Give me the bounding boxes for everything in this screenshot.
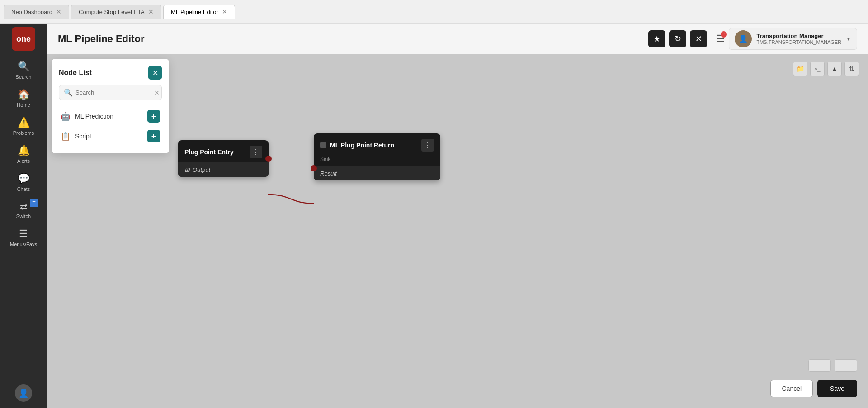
page-header: ML Pipeline Editor ★ ↻ ✕ ☰ ! (47, 24, 868, 54)
panel-header: Node List ✕ (59, 66, 162, 80)
workspace: ML Pipeline Editor ★ ↻ ✕ ☰ ! (47, 24, 868, 408)
cancel-button[interactable]: Cancel (770, 380, 813, 397)
canvas-toolbar: 📁 >_ ▲ ⇅ (793, 62, 859, 76)
node-ml-plug-point-return[interactable]: ML Plug Point Return ⋮ Sink Result (314, 133, 440, 180)
node-ml-plug-point-return-menu[interactable]: ⋮ (421, 139, 434, 152)
node-search-box: 🔍 ✕ (59, 85, 162, 100)
switch-badge-icon: ☰ (32, 201, 36, 205)
tab-neo-dashboard[interactable]: Neo Dashboard ✕ (4, 5, 69, 19)
node-plug-point-entry-menu[interactable]: ⋮ (250, 146, 262, 158)
folder-button[interactable]: 📁 (793, 62, 807, 76)
arrows-icon: ⇅ (849, 65, 854, 72)
layout-button[interactable]: ⇅ (844, 62, 859, 76)
terminal-icon: >_ (814, 66, 820, 72)
switch-icon: ⇄ (20, 201, 28, 212)
upload-button[interactable]: ▲ (827, 62, 842, 76)
sidebar-item-menus-favs[interactable]: ☰ Menus/Favs (5, 223, 42, 250)
node-item-ml-prediction: 🤖 ML Prediction + (59, 106, 162, 126)
page-title: ML Pipeline Editor (58, 33, 145, 45)
sidebar-item-alerts[interactable]: 🔔 Alerts (5, 140, 42, 166)
sidebar-item-problems[interactable]: ⚠️ Problems (5, 112, 42, 138)
profile-avatar: 👤 (15, 384, 32, 402)
script-label: Script (75, 133, 91, 140)
canvas-area[interactable]: 📁 >_ ▲ ⇅ Node List ✕ (47, 54, 868, 408)
tab-ml-pipeline[interactable]: ML Pipeline Editor ✕ (163, 5, 235, 19)
output-connector[interactable] (265, 156, 272, 162)
node-item-ml-prediction-left: 🤖 ML Prediction (61, 111, 113, 121)
panel-title: Node List (59, 69, 92, 77)
notification-bell[interactable]: ☰ ! (716, 33, 725, 45)
search-icon: 🔍 (64, 88, 73, 97)
tab-compute-stop-close[interactable]: ✕ (148, 9, 154, 15)
tab-ml-pipeline-label: ML Pipeline Editor (171, 9, 218, 15)
node-plug-point-entry-title: Plug Point Entry (184, 148, 234, 156)
home-icon: 🏠 (18, 89, 30, 100)
add-ml-prediction-button[interactable]: + (147, 110, 160, 123)
node-ml-plug-point-return-footer: Result (314, 166, 440, 180)
tab-neo-dashboard-close[interactable]: ✕ (56, 9, 61, 15)
node-ml-plug-point-return-title: ML Plug Point Return (330, 142, 394, 149)
input-connector[interactable] (311, 165, 317, 171)
tab-compute-stop-label: Compute Stop Level ETA (79, 9, 145, 15)
sidebar-item-home[interactable]: 🏠 Home (5, 84, 42, 110)
node-ml-subtitle: Sink (314, 155, 440, 166)
sidebar-item-chats[interactable]: 💬 Chats (5, 168, 42, 195)
close-page-button[interactable]: ✕ (690, 30, 707, 47)
node-search-input[interactable] (75, 89, 151, 96)
tab-bar: Neo Dashboard ✕ Compute Stop Level ETA ✕… (0, 0, 868, 24)
node-plug-point-entry-footer: ⊞ Output (178, 162, 269, 177)
app-logo[interactable]: one (12, 27, 35, 51)
user-avatar: 👤 (735, 30, 752, 47)
sidebar-item-search[interactable]: 🔍 Search (5, 56, 42, 82)
chat-icon: 💬 (18, 173, 30, 185)
save-button[interactable]: Save (817, 380, 857, 397)
add-script-button[interactable]: + (147, 130, 160, 142)
mini-node-2 (835, 359, 857, 372)
node-plug-point-entry-header: Plug Point Entry ⋮ (178, 140, 269, 162)
node-item-script-left: 📋 Script (61, 131, 91, 141)
user-section[interactable]: 👤 Transportation Manager TMS.TRANSPORTAT… (729, 28, 857, 50)
mini-nodes (808, 359, 857, 372)
bottom-actions: Cancel Save (770, 380, 857, 397)
header-actions: ★ ↻ ✕ ☰ ! 👤 Transpo (648, 28, 857, 50)
sidebar-item-switch[interactable]: ⇄ ☰ Switch (5, 196, 42, 222)
upload-icon: ▲ (831, 65, 838, 72)
search-icon: 🔍 (18, 61, 30, 72)
tab-ml-pipeline-close[interactable]: ✕ (222, 9, 227, 15)
node-result-label: Result (320, 170, 337, 177)
ml-prediction-icon: 🤖 (61, 111, 71, 121)
ml-prediction-label: ML Prediction (75, 113, 113, 120)
folder-icon: 📁 (797, 65, 804, 72)
node-list-panel: Node List ✕ 🔍 ✕ 🤖 ML Prediction + (52, 59, 169, 153)
tab-neo-dashboard-label: Neo Dashboard (11, 9, 52, 15)
node-output-label: Output (193, 166, 210, 173)
node-ml-header-left: ML Plug Point Return (320, 142, 394, 149)
warning-icon: ⚠️ (18, 117, 30, 128)
bell-icon: 🔔 (18, 145, 30, 157)
node-item-script: 📋 Script + (59, 126, 162, 146)
sidebar-item-profile[interactable]: 👤 (5, 380, 42, 404)
grid-icon: ⊞ (184, 166, 190, 173)
terminal-button[interactable]: >_ (810, 62, 825, 76)
connection-svg (47, 54, 868, 408)
node-ml-indicator (320, 142, 326, 148)
tab-compute-stop[interactable]: Compute Stop Level ETA ✕ (71, 5, 161, 19)
script-icon: 📋 (61, 131, 71, 141)
notification-area: ☰ ! (716, 33, 725, 45)
menu-icon: ☰ (19, 228, 28, 240)
sidebar: one 🔍 Search 🏠 Home ⚠️ Problems 🔔 Alerts… (0, 24, 47, 408)
mini-node-1 (808, 359, 831, 372)
user-info: Transportation Manager TMS.TRANSPORTATIO… (756, 33, 841, 45)
panel-close-button[interactable]: ✕ (148, 66, 162, 80)
user-dropdown-chevron[interactable]: ▼ (846, 36, 851, 42)
refresh-button[interactable]: ↻ (669, 30, 686, 47)
favorite-button[interactable]: ★ (648, 30, 665, 47)
node-ml-plug-point-return-header: ML Plug Point Return ⋮ (314, 133, 440, 155)
notification-badge: ! (721, 31, 727, 38)
node-plug-point-entry[interactable]: Plug Point Entry ⋮ ⊞ Output (178, 140, 269, 177)
search-clear-icon[interactable]: ✕ (154, 89, 160, 96)
